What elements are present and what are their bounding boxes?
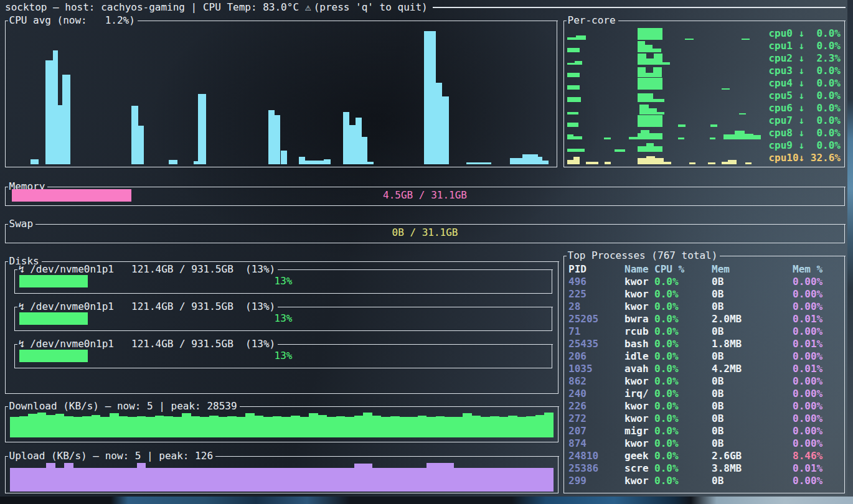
process-row: 496kwor0.0%0B0.00% [568, 276, 842, 288]
quit-hint: (press 'q' to quit) [314, 1, 428, 13]
top-processes-title: Top Processes (767 total) [567, 250, 720, 262]
wallpaper-bottom-edge [0, 497, 853, 504]
percore-label: cpu3 ↓ 0.0% [768, 65, 841, 77]
disk-usage: 121.4GB / 931.5GB (13%) [114, 263, 275, 275]
per-core-panel: Per-core cpu0 ↓ 0.0% cpu1 ↓ 0.0% cpu2 ↓ … [563, 21, 845, 167]
process-row: 25435bash0.0%1.8MB0.01% [568, 338, 842, 350]
percore-label: cpu2 ↓ 2.3% [768, 53, 841, 64]
socktop-terminal: { "header": { "title_host": "socktop — h… [0, 0, 853, 504]
disk-percent-label: 13% [19, 350, 547, 362]
percore-label: cpu5 ↓ 0.0% [768, 90, 841, 101]
swap-gauge: 0B / 31.1GB [12, 226, 838, 239]
process-row: 25205bwra0.0%2.0MB0.01% [568, 313, 842, 325]
process-row: 272kwor0.0%0B0.00% [568, 413, 842, 425]
percore-label: cpu10↓ 32.6% [768, 152, 841, 164]
percore-label: cpu4 ↓ 0.0% [768, 78, 841, 89]
percore-label: cpu9 ↓ 0.0% [768, 140, 841, 151]
disk-usage: 121.4GB / 931.5GB (13%) [114, 301, 275, 312]
column-header-pid: PID [568, 263, 624, 276]
app-titlebar: socktop — host: cachyos-gaming | CPU Tem… [5, 1, 846, 13]
percore-row: cpu8 ↓ 0.0% [566, 127, 842, 139]
memory-panel: Memory 4.5GB / 31.1GB [5, 187, 845, 206]
disk-gauge: 13% [19, 275, 547, 287]
percore-label: cpu7 ↓ 0.0% [768, 115, 841, 126]
process-row: 1035avah0.0%4.2MB0.01% [568, 363, 842, 375]
percore-label: cpu1 ↓ 0.0% [768, 40, 841, 52]
process-row: 225kwor0.0%0B0.00% [568, 288, 842, 301]
per-core-rows: cpu0 ↓ 0.0% cpu1 ↓ 0.0% cpu2 ↓ 2.3% cpu3… [566, 27, 842, 164]
memory-gauge: 4.5GB / 31.1GB [12, 189, 838, 202]
percore-label: cpu6 ↓ 0.0% [768, 103, 841, 114]
column-header-mem: Mem [712, 263, 793, 276]
cpu-avg-panel: CPU avg (now: 1.2%) [5, 21, 557, 167]
memory-usage-label: 4.5GB / 31.1GB [12, 189, 838, 202]
process-table: PID Name CPU % Mem Mem % 496kwor0.0%0B0.… [568, 263, 842, 487]
swap-panel: Swap 0B / 31.1GB [5, 224, 845, 243]
disk-device: /dev/nvme0n1p1 [30, 301, 114, 312]
process-row: 71rcub0.0%0B0.00% [568, 325, 842, 338]
column-header-cpu: CPU % [654, 263, 712, 276]
wallpaper-right-edge [847, 0, 853, 497]
download-bars [10, 412, 554, 437]
process-table-header: PID Name CPU % Mem Mem % [568, 263, 842, 276]
lightning-icon: ↯ [19, 263, 31, 275]
percore-row: cpu0 ↓ 0.0% [566, 27, 842, 40]
percore-row: cpu9 ↓ 0.0% [566, 139, 842, 152]
warning-icon: ⚠ [299, 1, 314, 13]
disk-gauge: 13% [19, 350, 547, 362]
disk-gauge: 13% [19, 312, 547, 325]
process-row: 24810geek0.0%2.6GB8.46% [568, 450, 842, 462]
swap-usage-label: 0B / 31.1GB [12, 226, 838, 239]
upload-panel: Upload (KB/s) — now: 5 | peak: 126 [5, 456, 558, 493]
per-core-title: Per-core [567, 14, 618, 27]
lightning-icon: ↯ [19, 338, 31, 350]
percore-row: cpu7 ↓ 0.0% [566, 114, 842, 127]
process-row: 862kwor0.0%0B0.00% [568, 375, 842, 388]
percore-row: cpu10↓ 32.6% [566, 152, 842, 164]
process-row: 28kwor0.0%0B0.00% [568, 301, 842, 313]
upload-bars [10, 462, 554, 492]
process-row: 874kwor0.0%0B0.00% [568, 437, 842, 450]
disk-entry: ↯/dev/nvme0n1p1121.4GB / 931.5GB (13%) 1… [14, 344, 552, 368]
disk-entry: ↯/dev/nvme0n1p1121.4GB / 931.5GB (13%) 1… [14, 269, 552, 294]
process-row: 207migr0.0%0B0.00% [568, 425, 842, 437]
disk-usage: 121.4GB / 931.5GB (13%) [114, 338, 275, 350]
column-header-memp: Mem % [793, 263, 842, 276]
process-row: 25386scre0.0%3.8MB0.01% [568, 462, 842, 475]
disks-panel: Disks ↯/dev/nvme0n1p1121.4GB / 931.5GB (… [5, 261, 558, 394]
percore-row: cpu6 ↓ 0.0% [566, 102, 842, 114]
download-panel: Download (KB/s) — now: 5 | peak: 28539 [5, 406, 558, 442]
process-row: 226kwor0.0%0B0.00% [568, 400, 842, 413]
disk-percent-label: 13% [19, 275, 547, 287]
upload-title: Upload (KB/s) — now: 5 | peak: 126 [8, 450, 216, 462]
process-row: 299kwor0.0%0B0.00% [568, 475, 842, 487]
percore-row: cpu2 ↓ 2.3% [566, 52, 842, 65]
percore-row: cpu5 ↓ 0.0% [566, 90, 842, 102]
percore-label: cpu8 ↓ 0.0% [768, 128, 841, 139]
percore-row: cpu1 ↓ 0.0% [566, 40, 842, 52]
disk-entry: ↯/dev/nvme0n1p1121.4GB / 931.5GB (13%) 1… [14, 307, 552, 331]
titlebar-rule [433, 7, 846, 8]
top-processes-panel: Top Processes (767 total) PID Name CPU %… [563, 256, 845, 493]
percore-label: cpu0 ↓ 0.0% [768, 28, 841, 39]
disk-device: /dev/nvme0n1p1 [30, 338, 114, 350]
column-header-name: Name [624, 263, 654, 276]
percore-row: cpu3 ↓ 0.0% [566, 65, 842, 77]
disk-percent-label: 13% [19, 312, 547, 325]
cpu-avg-bars [10, 24, 553, 164]
percore-row: cpu4 ↓ 0.0% [566, 77, 842, 90]
app-title: socktop — host: cachyos-gaming | CPU Tem… [5, 1, 299, 13]
disk-device: /dev/nvme0n1p1 [30, 263, 114, 275]
download-title: Download (KB/s) — now: 5 | peak: 28539 [8, 400, 240, 413]
process-row: 240irq/0.0%0B0.00% [568, 388, 842, 400]
lightning-icon: ↯ [19, 301, 31, 312]
process-row: 206idle0.0%0B0.00% [568, 350, 842, 363]
